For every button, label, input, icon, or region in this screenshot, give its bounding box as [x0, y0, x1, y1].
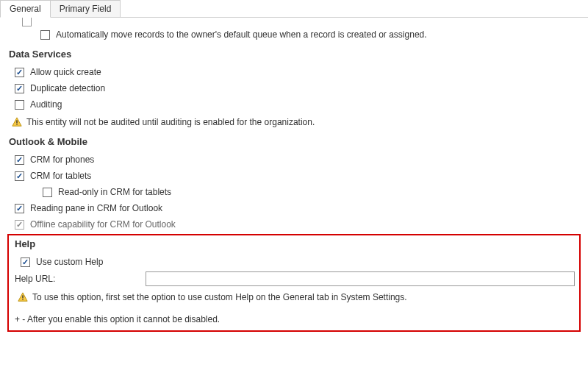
- section-data-services: Data Services: [7, 49, 581, 60]
- help-highlight: Help Use custom Help Help URL: To use th…: [7, 234, 581, 332]
- readonly-tablets-row: Read-only in CRM for tablets: [43, 185, 581, 199]
- crm-phones-checkbox[interactable]: [15, 155, 24, 165]
- help-warning-text: To use this option, first set the option…: [32, 291, 407, 304]
- crm-phones-row: CRM for phones: [15, 153, 581, 166]
- auditing-row: Auditing: [15, 98, 581, 111]
- reading-pane-checkbox[interactable]: [15, 204, 24, 213]
- tab-bar: General Primary Field: [0, 0, 588, 18]
- svg-rect-1: [16, 120, 17, 123]
- use-custom-help-checkbox[interactable]: [21, 257, 30, 267]
- svg-rect-5: [22, 299, 23, 299]
- allow-quick-create-checkbox[interactable]: [15, 68, 24, 77]
- reading-pane-label: Reading pane in CRM for Outlook: [30, 202, 162, 215]
- auto-move-label: Automatically move records to the owner'…: [56, 28, 427, 41]
- use-custom-help-row: Use custom Help: [21, 255, 575, 269]
- tab-general[interactable]: General: [0, 0, 51, 18]
- auditing-checkbox[interactable]: [15, 100, 24, 110]
- allow-quick-create-label: Allow quick create: [30, 65, 101, 79]
- allow-quick-create-row: Allow quick create: [15, 65, 581, 79]
- offline-row: Offline capability for CRM for Outlook: [15, 218, 581, 231]
- help-url-input[interactable]: [146, 271, 575, 286]
- auditing-label: Auditing: [30, 98, 62, 111]
- help-warning-row: To use this option, first set the option…: [18, 291, 575, 304]
- crm-phones-label: CRM for phones: [30, 153, 94, 166]
- help-url-row: Help URL:: [13, 271, 575, 286]
- offline-label: Offline capability for CRM for Outlook: [30, 218, 176, 231]
- content-area: Queues Automatically move records to the…: [0, 16, 588, 332]
- tab-primary-field[interactable]: Primary Field: [50, 0, 121, 17]
- use-custom-help-label: Use custom Help: [36, 255, 103, 269]
- duplicate-detection-label: Duplicate detection: [30, 82, 105, 95]
- help-url-label: Help URL:: [13, 274, 146, 284]
- offline-checkbox[interactable]: [15, 220, 24, 230]
- warning-icon: [12, 117, 22, 127]
- readonly-tablets-checkbox[interactable]: [43, 188, 52, 197]
- crm-tablets-label: CRM for tablets: [30, 169, 91, 182]
- help-footnote: + - After you enable this option it cann…: [13, 314, 575, 324]
- auto-move-row: Automatically move records to the owner'…: [40, 28, 581, 41]
- warning-icon: [18, 292, 28, 302]
- crm-tablets-row: CRM for tablets: [15, 169, 581, 182]
- queues-row: Queues: [22, 16, 581, 26]
- svg-rect-4: [22, 295, 23, 298]
- audit-warning-row: This entity will not be audited until au…: [12, 116, 581, 129]
- queues-checkbox[interactable]: [22, 17, 32, 26]
- section-help: Help: [13, 238, 575, 249]
- svg-rect-2: [16, 124, 17, 124]
- duplicate-detection-row: Duplicate detection: [15, 82, 581, 95]
- readonly-tablets-label: Read-only in CRM for tablets: [58, 185, 171, 199]
- section-outlook-mobile: Outlook & Mobile: [7, 136, 581, 147]
- crm-tablets-checkbox[interactable]: [15, 171, 24, 181]
- audit-warning-text: This entity will not be audited until au…: [26, 116, 315, 129]
- reading-pane-row: Reading pane in CRM for Outlook: [15, 202, 581, 215]
- duplicate-detection-checkbox[interactable]: [15, 84, 24, 93]
- auto-move-checkbox[interactable]: [40, 30, 50, 40]
